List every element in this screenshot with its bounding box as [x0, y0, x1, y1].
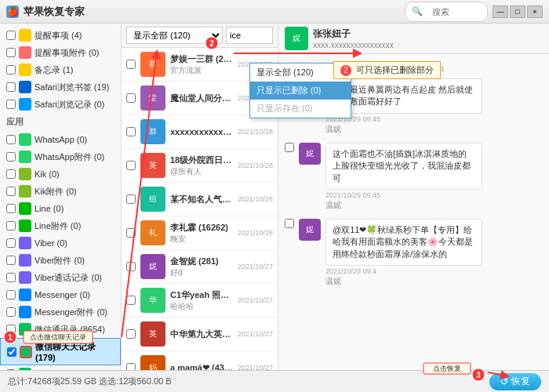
sidebar-item-safari-book[interactable]: Safari浏览书签 (19) — [0, 78, 121, 96]
chat-item[interactable]: 妈 a mamá❤ (4369) 2021/10/27 — [122, 351, 278, 370]
chat-avatar: 群 — [140, 52, 165, 77]
kik-checkbox[interactable] — [6, 169, 16, 179]
filter-select[interactable]: 显示全部 (120) — [126, 27, 223, 44]
sidebar-item-line-attach[interactable]: Line附件 (0) — [0, 217, 121, 234]
msg-bubble: 这个面霜也不油[插旗]冰淇淋质地的 上脸很快变细光光收了，我混油皮都可 — [325, 143, 482, 190]
sidebar-item-viber[interactable]: Viber (0) — [0, 234, 121, 252]
sidebar-item-kik-attach[interactable]: Kik附件 (0) — [0, 183, 121, 200]
msg-checkbox[interactable] — [285, 219, 294, 228]
chat-avatar: 英 — [140, 153, 165, 178]
reminder-icon — [19, 46, 31, 59]
app-title: 苹果恢复专家 — [24, 5, 85, 19]
msg-content: 这个面霜也不油[插旗]冰淇淋质地的 上脸很快变细光光收了，我混油皮都可 2021… — [325, 143, 482, 211]
filter-input[interactable] — [226, 27, 273, 44]
bottom-bar: 总计:74268项25.59 GB 选选:12项560.00 B ↺ 恢复 — [0, 370, 549, 392]
chat-item-checkbox[interactable] — [126, 329, 136, 339]
viber-checkbox[interactable] — [6, 238, 16, 248]
chat-info: C1华yeah 照♥ (87) 哈哈哈 — [170, 289, 233, 312]
chat-item-checkbox[interactable] — [126, 60, 136, 69]
chat-info: a mamá❤ (4369) — [170, 363, 233, 371]
wechat-chat-icon — [20, 346, 32, 358]
dropdown-item-existing[interactable]: 只显示存在 (0) — [250, 100, 351, 118]
chat-item[interactable]: 礼 李礼霖 (16262) 晚安 2021/10/28 — [122, 216, 278, 250]
sidebar-item-whatsapp[interactable]: WhatsApp (0) — [0, 131, 121, 148]
chat-item[interactable]: 组 某不知名人气组合 (165) 2021/10/28 — [122, 183, 278, 216]
maximize-button[interactable]: □ — [510, 5, 525, 18]
sidebar-item-wechat-moments[interactable]: 微信朋友圈 (25556) — [0, 365, 121, 370]
contact-avatar: 妮 — [285, 27, 308, 50]
chat-item-checkbox[interactable] — [126, 127, 136, 136]
chat-list-toolbar: 显示全部 (120) — [122, 24, 278, 48]
sidebar-item-messenger-attach[interactable]: Messenger附件 (0) — [0, 303, 121, 321]
chat-item-checkbox[interactable] — [126, 262, 136, 271]
viber-call-checkbox[interactable] — [6, 273, 16, 282]
reminders-checkbox[interactable] — [6, 48, 16, 57]
whatsapp-attach-checkbox[interactable] — [6, 152, 16, 162]
viber-attach-icon — [19, 254, 31, 267]
chat-info: 中华第九大英系起跑线❤❤ (780) — [170, 328, 233, 340]
sidebar-item-kik[interactable]: Kik (0) — [0, 165, 121, 183]
chat-item[interactable]: 华 C1华yeah 照♥ (87) 哈哈哈 2021/10/27 — [122, 284, 278, 318]
chat-item-checkbox[interactable] — [126, 161, 136, 170]
wechat-moments-icon — [19, 368, 31, 370]
sidebar-item-safari-hist[interactable]: Safari浏览记录 (0) — [0, 96, 121, 113]
chat-avatar: 群 — [140, 119, 165, 144]
line-checkbox[interactable] — [6, 204, 16, 213]
msg-checkbox[interactable] — [285, 143, 294, 152]
kik-attach-checkbox[interactable] — [6, 187, 16, 196]
sidebar-item-wechat-chat[interactable]: 微信聊天天记录 (179) — [0, 338, 121, 365]
minimize-button[interactable]: — — [493, 5, 508, 18]
contact-sub: xxxx.xxxxxxxxxxxxxxxx — [313, 41, 543, 49]
chat-item[interactable]: 英 中华第九大英系起跑线❤❤ (780) 2021/10/27 — [122, 318, 278, 351]
notes-checkbox[interactable] — [6, 31, 16, 40]
viber-call-icon — [19, 271, 31, 284]
wechat-checkbox[interactable] — [6, 325, 16, 334]
chat-item-checkbox[interactable] — [126, 363, 136, 370]
message-header: 妮 张张妞子 xxxx.xxxxxxxxxxxxxxxx — [278, 24, 549, 54]
wechat-chat-checkbox[interactable] — [7, 347, 16, 357]
sidebar-item-viber-call[interactable]: Viber通话记录 (0) — [0, 269, 121, 286]
recover-button[interactable]: ↺ 恢复 — [489, 373, 541, 390]
chat-item[interactable]: 群 xxxxxxxxxxxxxxxxx 2021/10/28 — [122, 115, 278, 149]
msg-time: 2021/10/29 09:45 — [325, 191, 482, 199]
chat-avatar: 妈 — [140, 355, 165, 370]
sidebar-item-whatsapp-attach[interactable]: WhatsApp附件 (0) — [0, 148, 121, 165]
chat-item-checkbox[interactable] — [126, 93, 136, 103]
close-button[interactable]: × — [527, 5, 543, 18]
viber-attach-checkbox[interactable] — [6, 256, 16, 265]
sidebar-item-messenger[interactable]: Messenger (0) — [0, 286, 121, 303]
dropdown-item-deleted[interactable]: 只显示已删除 (0) — [250, 82, 351, 100]
whatsapp-icon — [19, 133, 31, 146]
safari-book-checkbox[interactable] — [6, 82, 16, 92]
sidebar-item-viber-attach[interactable]: Viber附件 (0) — [0, 252, 121, 269]
message-row: 妮 @双11❤🍀秋绿系秒下单【专用】给哈我有用面霜额水的美客🌸今天都是用终经款秒… — [285, 219, 543, 287]
chat-item[interactable]: 妮 金智妮 (281) 好d 2021/10/27 — [122, 250, 278, 284]
safari-hist-checkbox[interactable] — [6, 100, 16, 109]
safari-book-icon — [19, 81, 31, 93]
chat-item[interactable]: 英 18级外院西日英专业 (1193) @所有人 2021/10/28 — [122, 149, 278, 183]
viber-icon — [19, 237, 31, 249]
line-attach-checkbox[interactable] — [6, 221, 16, 230]
sidebar-item-reminders[interactable]: 提醒事项附件 (0) — [0, 44, 121, 61]
messenger-checkbox[interactable] — [6, 290, 16, 299]
sidebar: 提醒事项 (4) 提醒事项附件 (0) 备忘录 (1) Safari浏览书签 (… — [0, 24, 122, 370]
messenger-attach-icon — [19, 306, 31, 318]
memo-checkbox[interactable] — [6, 65, 16, 74]
recover-icon: ↺ — [500, 376, 508, 387]
messenger-attach-checkbox[interactable] — [6, 307, 16, 317]
chat-item-checkbox[interactable] — [126, 194, 136, 204]
sidebar-item-wechat[interactable]: 微信通讯录 (8654) — [0, 321, 121, 338]
chat-item-checkbox[interactable] — [126, 228, 136, 238]
kik-attach-icon — [19, 185, 31, 198]
memo-icon — [19, 64, 31, 76]
sidebar-item-notes[interactable]: 提醒事项 (4) — [0, 27, 121, 44]
message-row: 妮 这个面霜也不油[插旗]冰淇淋质地的 上脸很快变细光光收了，我混油皮都可 20… — [285, 143, 543, 211]
sidebar-item-memo[interactable]: 备忘录 (1) — [0, 61, 121, 78]
search-input[interactable] — [426, 4, 481, 20]
sidebar-item-line[interactable]: Line (0) — [0, 200, 121, 217]
wechat-moments-checkbox[interactable] — [6, 369, 16, 370]
contact-info: 张张妞子 xxxx.xxxxxxxxxxxxxxxx — [313, 27, 543, 49]
chat-item-checkbox[interactable] — [126, 296, 136, 305]
whatsapp-checkbox[interactable] — [6, 135, 16, 144]
tooltip-box: 2 可只选择已删除部分 — [333, 61, 441, 79]
